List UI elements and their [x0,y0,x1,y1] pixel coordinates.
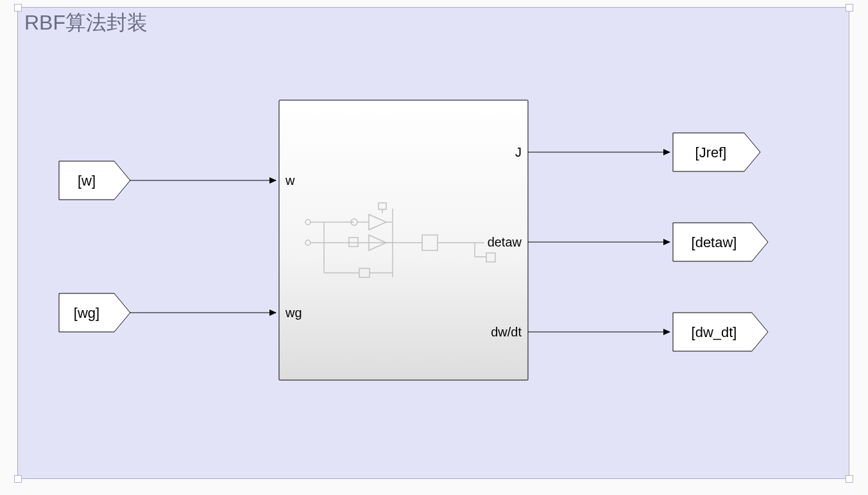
subsystem-out2-label: detaw [488,235,522,249]
area-handle-ne[interactable] [846,4,853,12]
goto-block-jref[interactable]: [Jref] [673,133,760,171]
area-handle-sw[interactable] [14,475,22,483]
from-block-w-label: [w] [78,173,96,189]
goto-block-jref-label: [Jref] [695,144,727,161]
subsystem-in1-label: w [285,173,295,187]
goto-block-detaw-label: [detaw] [692,234,737,250]
from-block-wg-label: [wg] [74,305,99,321]
goto-block-detaw[interactable]: [detaw] [673,223,768,261]
subsystem-out3-label: dw/dt [491,325,522,339]
goto-block-dwdt-label: [dw_dt] [692,324,737,340]
area-handle-se[interactable] [846,475,853,483]
subsystem-in2-label: wg [285,306,302,320]
area-title: RBF算法封装 [24,9,148,37]
goto-block-dwdt[interactable]: [dw_dt] [673,313,768,351]
area-handle-nw[interactable] [14,4,22,12]
simulink-canvas[interactable]: RBF算法封装 [w] [wg] [0,0,868,495]
subsystem-out1-label: J [515,145,522,159]
subsystem-rbf[interactable]: w wg J detaw dw/dt [279,100,528,380]
